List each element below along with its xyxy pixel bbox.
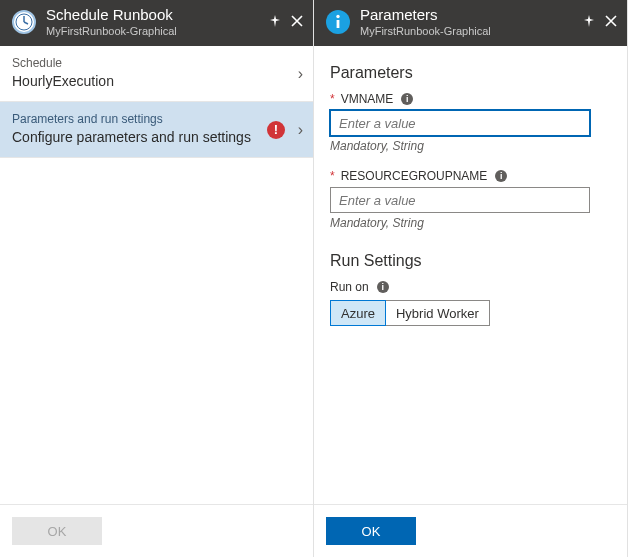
info-icon[interactable]: i [495, 170, 507, 182]
field-label-text: VMNAME [341, 92, 394, 106]
required-asterisk: * [330, 92, 335, 106]
field-hint: Mandatory, String [330, 216, 611, 230]
resourcegroupname-field: * RESOURCEGROUPNAME i Mandatory, String [330, 169, 611, 230]
row-label: Schedule [12, 56, 301, 70]
close-icon[interactable] [605, 14, 617, 30]
schedule-runbook-blade: Schedule Runbook MyFirstRunbook-Graphica… [0, 0, 314, 557]
row-value: Configure parameters and run settings [12, 129, 301, 145]
vmname-input[interactable] [330, 110, 590, 136]
run-on-toggle: Azure Hybrid Worker [330, 300, 611, 326]
blade-footer: OK [0, 504, 313, 557]
close-icon[interactable] [291, 14, 303, 30]
field-label-text: RESOURCEGROUPNAME [341, 169, 488, 183]
pin-icon[interactable] [583, 14, 595, 30]
error-badge-icon: ! [267, 121, 285, 139]
required-asterisk: * [330, 169, 335, 183]
svg-rect-5 [337, 20, 340, 28]
blade-title: Parameters [360, 7, 575, 24]
row-label: Parameters and run settings [12, 112, 301, 126]
blade-body: Schedule HourlyExecution › Parameters an… [0, 46, 313, 504]
schedule-row[interactable]: Schedule HourlyExecution › [0, 46, 313, 102]
blade-header: Parameters MyFirstRunbook-Graphical [314, 0, 627, 46]
vmname-field: * VMNAME i Mandatory, String [330, 92, 611, 153]
parameters-row[interactable]: Parameters and run settings Configure pa… [0, 102, 313, 158]
run-on-hybrid-worker[interactable]: Hybrid Worker [386, 300, 490, 326]
ok-button[interactable]: OK [326, 517, 416, 545]
info-icon [324, 8, 352, 36]
ok-button: OK [12, 517, 102, 545]
run-settings-section-title: Run Settings [330, 252, 611, 270]
blade-subtitle: MyFirstRunbook-Graphical [360, 25, 575, 37]
clock-icon [10, 8, 38, 36]
run-on-label: Run on [330, 280, 369, 294]
blade-footer: OK [314, 504, 627, 557]
chevron-right-icon: › [298, 65, 303, 83]
info-icon[interactable]: i [377, 281, 389, 293]
blade-subtitle: MyFirstRunbook-Graphical [46, 25, 261, 37]
resourcegroupname-input[interactable] [330, 187, 590, 213]
field-hint: Mandatory, String [330, 139, 611, 153]
pin-icon[interactable] [269, 14, 281, 30]
info-icon[interactable]: i [401, 93, 413, 105]
row-value: HourlyExecution [12, 73, 301, 89]
blade-title: Schedule Runbook [46, 7, 261, 24]
chevron-right-icon: › [298, 121, 303, 139]
blade-header: Schedule Runbook MyFirstRunbook-Graphica… [0, 0, 313, 46]
parameters-blade: Parameters MyFirstRunbook-Graphical Para… [314, 0, 628, 557]
run-on-azure[interactable]: Azure [330, 300, 386, 326]
parameters-section-title: Parameters [330, 64, 611, 82]
svg-point-6 [336, 15, 339, 18]
blade-body: Parameters * VMNAME i Mandatory, String … [314, 46, 627, 504]
